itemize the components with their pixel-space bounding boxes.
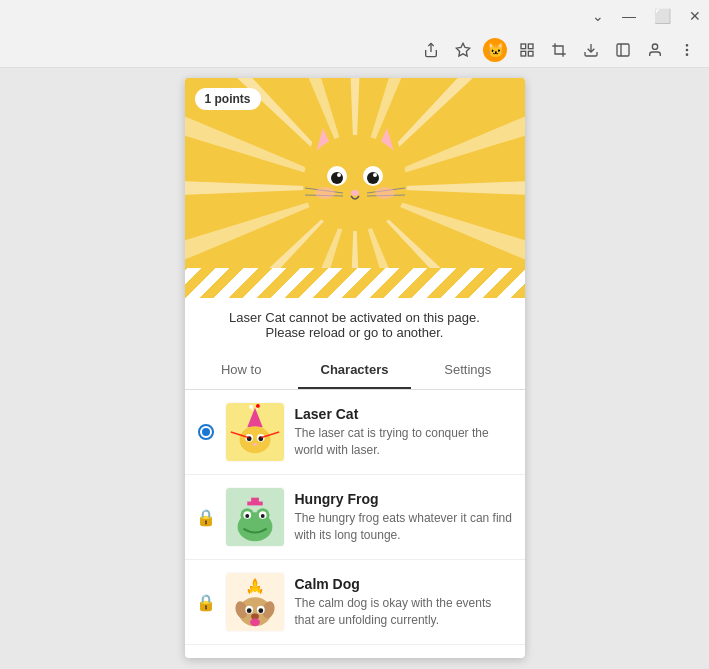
hungry-frog-name: Hungry Frog xyxy=(295,491,513,507)
hungry-frog-desc: The hungry frog eats whatever it can fin… xyxy=(295,510,513,544)
maximize-button[interactable]: ⬜ xyxy=(654,8,671,24)
laser-cat-desc: The laser cat is trying to conquer the w… xyxy=(295,425,513,459)
calm-dog-name: Calm Dog xyxy=(295,576,513,592)
svg-point-59 xyxy=(253,443,257,446)
laser-cat-thumbnail xyxy=(225,402,285,462)
tab-how-to[interactable]: How to xyxy=(185,352,298,389)
chevron-down-icon[interactable]: ⌄ xyxy=(592,8,604,24)
svg-rect-7 xyxy=(617,44,629,56)
calm-dog-info: Calm Dog The calm dog is okay with the e… xyxy=(295,576,513,629)
radio-selected-icon xyxy=(198,424,214,440)
popup-panel: 1 points xyxy=(185,78,525,658)
svg-point-51 xyxy=(249,405,253,409)
browser-toolbar: 🐱 xyxy=(0,32,709,68)
svg-point-71 xyxy=(260,514,264,518)
svg-rect-3 xyxy=(528,44,533,49)
cat-image xyxy=(285,98,425,238)
svg-point-39 xyxy=(337,173,341,177)
message-line2: Please reload or go to another. xyxy=(205,325,505,340)
character-list: Laser Cat The laser cat is trying to con… xyxy=(185,390,525,658)
lock-icon: 🔒 xyxy=(196,508,216,527)
calm-dog-desc: The calm dog is okay with the events tha… xyxy=(295,595,513,629)
grid-icon[interactable] xyxy=(515,38,539,62)
laser-cat-extension-icon[interactable]: 🐱 xyxy=(483,38,507,62)
svg-rect-64 xyxy=(247,502,262,506)
svg-point-40 xyxy=(373,173,377,177)
svg-point-81 xyxy=(250,618,260,626)
close-button[interactable]: ✕ xyxy=(689,8,701,24)
svg-point-53 xyxy=(255,404,259,408)
svg-point-47 xyxy=(375,187,395,199)
stripe-decoration xyxy=(185,268,525,298)
minimize-button[interactable]: — xyxy=(622,8,636,24)
hero-message: Laser Cat cannot be activated on this pa… xyxy=(185,298,525,352)
tab-characters[interactable]: Characters xyxy=(298,352,411,389)
download-icon[interactable] xyxy=(579,38,603,62)
crop-icon[interactable] xyxy=(547,38,571,62)
svg-marker-1 xyxy=(456,43,469,56)
svg-point-12 xyxy=(686,54,687,55)
window-controls: ⌄ — ⬜ ✕ xyxy=(592,8,701,24)
svg-point-34 xyxy=(303,135,407,231)
laser-cat-name: Laser Cat xyxy=(295,406,513,422)
title-bar: ⌄ — ⬜ ✕ xyxy=(0,0,709,32)
hero-section: 1 points xyxy=(185,78,525,298)
list-item[interactable]: 🔒 xyxy=(185,475,525,560)
svg-point-41 xyxy=(351,190,359,196)
list-item[interactable]: 🔒 xyxy=(185,560,525,645)
svg-point-70 xyxy=(245,514,249,518)
main-content: 1 points xyxy=(0,68,709,669)
svg-point-79 xyxy=(258,608,263,613)
points-badge: 1 points xyxy=(195,88,261,110)
hungry-frog-info: Hungry Frog The hungry frog eats whateve… xyxy=(295,491,513,544)
share-icon[interactable] xyxy=(419,38,443,62)
laser-cat-info: Laser Cat The laser cat is trying to con… xyxy=(295,406,513,459)
svg-rect-4 xyxy=(521,51,526,56)
svg-point-9 xyxy=(652,44,657,49)
character-select-calm-dog[interactable]: 🔒 xyxy=(197,593,215,612)
profile-icon[interactable] xyxy=(643,38,667,62)
tab-bar: How to Characters Settings xyxy=(185,352,525,390)
svg-point-38 xyxy=(367,172,379,184)
star-icon[interactable] xyxy=(451,38,475,62)
svg-point-11 xyxy=(686,49,687,50)
svg-point-37 xyxy=(331,172,343,184)
menu-icon[interactable] xyxy=(675,38,699,62)
character-select-laser-cat[interactable] xyxy=(197,424,215,440)
calm-dog-thumbnail xyxy=(225,572,285,632)
svg-point-10 xyxy=(686,44,687,45)
lock-icon: 🔒 xyxy=(196,593,216,612)
svg-point-54 xyxy=(239,426,270,453)
tab-settings[interactable]: Settings xyxy=(411,352,524,389)
message-line1: Laser Cat cannot be activated on this pa… xyxy=(205,310,505,325)
sidebar-icon[interactable] xyxy=(611,38,635,62)
svg-rect-5 xyxy=(528,51,533,56)
svg-rect-2 xyxy=(521,44,526,49)
svg-point-46 xyxy=(315,187,335,199)
character-select-hungry-frog[interactable]: 🔒 xyxy=(197,508,215,527)
list-item[interactable]: Laser Cat The laser cat is trying to con… xyxy=(185,390,525,475)
hungry-frog-thumbnail xyxy=(225,487,285,547)
svg-point-78 xyxy=(246,608,251,613)
